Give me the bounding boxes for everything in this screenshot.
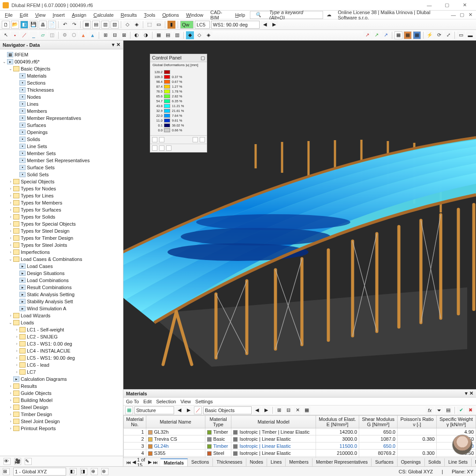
model-icon[interactable]: ◧	[20, 21, 28, 29]
nav-mode-2[interactable]: 🎥	[14, 458, 21, 465]
tree-item[interactable]: Steel Design	[0, 404, 123, 411]
view3-icon[interactable]: ▥	[101, 21, 109, 29]
extra2-icon[interactable]: ◈	[133, 21, 141, 29]
t2-s6[interactable]: ⤢	[444, 31, 452, 39]
t2-cursor-icon[interactable]: ↖	[2, 31, 10, 39]
report-icon[interactable]: 📄	[48, 21, 56, 29]
sel1-icon[interactable]: ⬚	[145, 21, 153, 29]
tree-item[interactable]: Types for Special Objects	[0, 220, 123, 227]
new-icon[interactable]: 🗋	[2, 21, 10, 29]
legend-opt1[interactable]	[152, 137, 157, 142]
menu-window[interactable]: Window	[183, 11, 206, 19]
sb-d[interactable]: ⊗	[101, 468, 108, 475]
tree-item[interactable]: Types for Solids	[0, 213, 123, 220]
pg-next[interactable]: ▶	[148, 459, 152, 465]
tree-item[interactable]: ▸Static Analysis Setting	[0, 291, 123, 298]
t2-s8[interactable]: ▬	[466, 31, 474, 39]
open-icon[interactable]: 📂	[11, 21, 19, 29]
mdi-close[interactable]: ✕	[467, 10, 474, 20]
crumb2[interactable]: Basic Objects	[203, 406, 252, 414]
menu-insert[interactable]: Insert	[49, 11, 68, 19]
mt-b[interactable]: ⊟	[284, 406, 292, 414]
bp-close-icon[interactable]: ✕	[469, 390, 473, 396]
t2-q[interactable]: ↗	[372, 31, 380, 39]
c2-prev[interactable]: ◀	[253, 406, 261, 414]
tree-item[interactable]: Types for Nodes	[0, 185, 123, 192]
tree-item[interactable]: ▸000499.rf6*	[0, 58, 123, 65]
mt-e[interactable]: ▤	[444, 406, 452, 414]
tree-item[interactable]: ▸Wind Simulation A	[0, 305, 123, 312]
view2-icon[interactable]: ▤	[92, 21, 100, 29]
t2-s2[interactable]: ▦	[404, 31, 412, 39]
bp-pin-icon[interactable]: ▾	[465, 390, 468, 396]
tree-item[interactable]: ▸Stability Analysis Sett	[0, 298, 123, 305]
tree-item[interactable]: Basic Objects	[0, 65, 123, 72]
lc-next-icon[interactable]: ▶	[270, 21, 278, 29]
materials-tab[interactable]: Sections	[188, 458, 213, 466]
t2-r[interactable]: ↗	[382, 31, 390, 39]
mt-fx[interactable]: fx	[426, 406, 434, 414]
menu-calculate[interactable]: Calculate	[90, 11, 117, 19]
materials-tab[interactable]: Surfaces	[372, 458, 397, 466]
pg-first[interactable]: ⏮	[126, 460, 131, 465]
undo-icon[interactable]: ↶	[61, 21, 69, 29]
mdi-max[interactable]: ▢	[458, 10, 465, 20]
tree-item[interactable]: •Member Representatives	[0, 115, 123, 122]
materials-grid[interactable]: MaterialNo.Material NameMaterialTypeMate…	[123, 415, 476, 457]
bp-sel[interactable]: Selection	[156, 399, 176, 404]
t2-s1[interactable]: ▦	[394, 31, 402, 39]
crumb2-ico[interactable]: ／	[194, 406, 202, 414]
mt-c[interactable]: ✕	[294, 406, 301, 414]
menu-file[interactable]: File	[2, 11, 16, 19]
materials-tab[interactable]: Members	[286, 458, 312, 466]
materials-tab[interactable]: Materials	[160, 458, 188, 466]
tree-item[interactable]: LC6 - lead	[0, 361, 123, 368]
tree-item[interactable]: ▸Design Situations	[0, 270, 123, 277]
mt-d[interactable]: ▦	[303, 406, 311, 414]
mt-a[interactable]: ⊞	[275, 406, 283, 414]
nav-mode-3[interactable]: ✎	[25, 458, 32, 465]
materials-tab[interactable]: Member Representatives	[312, 458, 372, 466]
t2-e[interactable]: ⊞	[101, 31, 109, 39]
t2-s5[interactable]: ⟳	[435, 31, 443, 39]
crumb1[interactable]: Structure	[134, 406, 174, 414]
tree-item[interactable]: Loads	[0, 319, 123, 326]
pin-icon[interactable]: ▾	[112, 42, 115, 48]
lc-combo[interactable]: LC5	[195, 21, 210, 29]
help-avatar[interactable]	[452, 435, 472, 455]
tree-item[interactable]: •Surfaces	[0, 122, 123, 129]
render-icon[interactable]: ▮	[167, 21, 175, 29]
t2-h[interactable]: ◐	[133, 31, 141, 39]
tree-item[interactable]: Results	[0, 383, 123, 390]
sel2-icon[interactable]: ▭	[155, 21, 163, 29]
t2-g[interactable]: ⊠	[120, 31, 128, 39]
tree-item[interactable]: ▸Result Combinations	[0, 284, 123, 291]
tree-item[interactable]: •Members	[0, 108, 123, 115]
materials-tab[interactable]: Openings	[398, 458, 425, 466]
t2-s3[interactable]: ▦	[413, 31, 421, 39]
t2-p[interactable]: ↗	[363, 31, 371, 39]
t2-a[interactable]: ⚙	[61, 31, 69, 39]
legend-b1[interactable]	[152, 145, 157, 151]
materials-tab[interactable]: Line Sets	[445, 458, 472, 466]
view1-icon[interactable]: ▦	[83, 21, 91, 29]
mt-filter[interactable]: ⏷	[435, 406, 443, 414]
control-panel[interactable]: Control Panel▢ Global Deformations |u| […	[150, 54, 207, 152]
nav-mode-1[interactable]: 👁	[4, 458, 11, 465]
tree-item[interactable]: Special Objects	[0, 178, 123, 185]
tree-item[interactable]: •Member Sets	[0, 150, 123, 157]
bp-settings[interactable]: Settings	[195, 399, 213, 404]
legend-b2[interactable]	[159, 145, 164, 151]
t2-member-icon[interactable]: ⎯	[30, 31, 37, 39]
tree-item[interactable]: Steel Joint Design	[0, 418, 123, 425]
t2-solid-icon[interactable]: ◫	[48, 31, 56, 39]
tree-item[interactable]: •Surface Sets	[0, 164, 123, 171]
tree-item[interactable]: •Lines	[0, 100, 123, 108]
redo-icon[interactable]: ↷	[70, 21, 78, 29]
mt-g[interactable]: ✖	[466, 406, 474, 414]
print-icon[interactable]: 🖶	[39, 21, 47, 29]
close-button[interactable]: ✕	[456, 0, 473, 10]
lc-name[interactable]: WS1: 90.00 deg	[211, 21, 260, 29]
tree-item[interactable]: Load Cases & Combinations	[0, 256, 123, 263]
legend-close-icon[interactable]: ▢	[201, 55, 205, 61]
